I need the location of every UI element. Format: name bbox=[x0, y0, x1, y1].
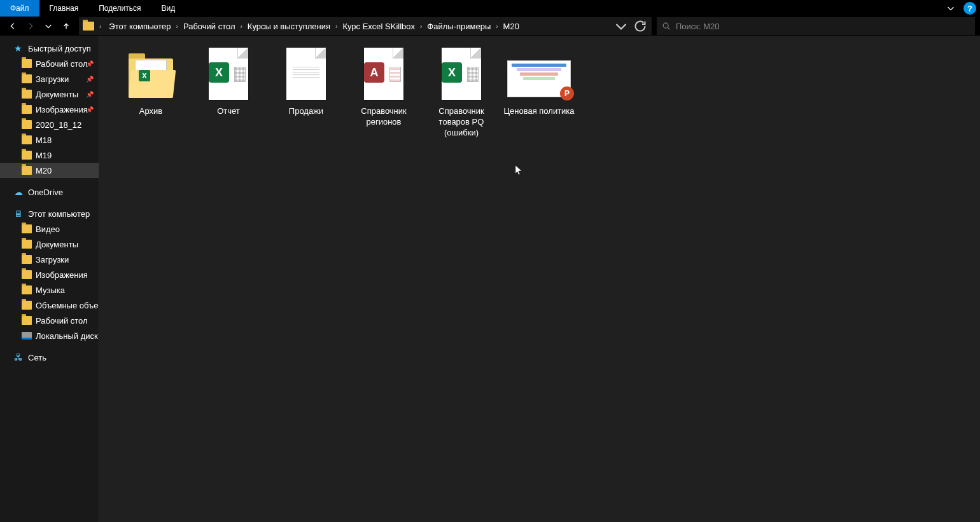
address-folder-icon bbox=[83, 22, 94, 31]
sidebar-item-m20[interactable]: M20 bbox=[0, 163, 99, 178]
file-item-access[interactable]: A Справочник регионов bbox=[345, 45, 423, 138]
refresh-button[interactable] bbox=[633, 17, 648, 35]
sidebar-item-downloads[interactable]: Загрузки📌 bbox=[0, 71, 99, 86]
access-file-icon: A bbox=[361, 46, 406, 102]
folder-icon bbox=[22, 74, 32, 83]
sidebar-onedrive[interactable]: ☁OneDrive bbox=[0, 184, 99, 200]
nav-up-button[interactable] bbox=[59, 18, 74, 34]
sidebar-this-pc[interactable]: 🖥Этот компьютер bbox=[0, 206, 99, 221]
folder-icon bbox=[22, 135, 32, 144]
sidebar-label: Изображения bbox=[36, 105, 88, 114]
sidebar-label: Объемные объекты bbox=[36, 301, 99, 310]
sidebar-network[interactable]: 🖧Сеть bbox=[0, 350, 99, 365]
folder-icon bbox=[22, 255, 32, 264]
star-icon: ★ bbox=[14, 44, 24, 53]
mouse-cursor-icon bbox=[515, 165, 523, 177]
help-button[interactable]: ? bbox=[963, 2, 976, 15]
search-input[interactable] bbox=[676, 22, 970, 31]
nav-recent-dropdown[interactable] bbox=[41, 18, 56, 34]
ribbon: Файл Главная Поделиться Вид ? bbox=[0, 0, 980, 17]
ribbon-tab-home[interactable]: Главная bbox=[39, 0, 89, 17]
search-icon bbox=[662, 22, 671, 31]
sidebar-label: Документы bbox=[36, 240, 78, 249]
file-item-folder[interactable]: X Архив bbox=[112, 45, 190, 138]
chevron-right-icon: › bbox=[98, 23, 102, 30]
sidebar-label: OneDrive bbox=[28, 188, 63, 197]
sidebar-label: Этот компьютер bbox=[28, 209, 90, 219]
folder-icon bbox=[22, 120, 32, 129]
nav-forward-button[interactable] bbox=[23, 18, 38, 34]
breadcrumb: Этот компьютер› Рабочий стол› Курсы и вы… bbox=[106, 22, 610, 31]
sidebar-item-folder[interactable]: 2020_18_12 bbox=[0, 117, 99, 132]
file-label: Продажи bbox=[286, 106, 326, 116]
pin-icon: 📌 bbox=[86, 60, 94, 67]
ppt-file-icon: P bbox=[507, 46, 571, 102]
address-bar[interactable]: › Этот компьютер› Рабочий стол› Курсы и … bbox=[79, 17, 652, 35]
ribbon-tab-file[interactable]: Файл bbox=[0, 0, 39, 17]
folder-icon bbox=[22, 90, 32, 99]
sidebar: ★ Быстрый доступ Рабочий стол📌 Загрузки📌… bbox=[0, 36, 99, 522]
file-item-excel[interactable]: X Справочник товаров PQ (ошибки) bbox=[423, 45, 500, 138]
breadcrumb-item[interactable]: Этот компьютер bbox=[106, 22, 173, 31]
folder-icon bbox=[22, 224, 32, 233]
sidebar-item-documents[interactable]: Документы📌 bbox=[0, 86, 99, 102]
sidebar-item-desktop[interactable]: Рабочий стол bbox=[0, 313, 99, 328]
sidebar-item-3d[interactable]: Объемные объекты bbox=[0, 298, 99, 313]
nav-back-button[interactable] bbox=[5, 18, 20, 34]
breadcrumb-item[interactable]: M20 bbox=[501, 22, 522, 31]
file-label: Ценовая политика bbox=[501, 106, 577, 116]
excel-file-icon: X bbox=[206, 46, 251, 102]
folder-icon bbox=[22, 105, 32, 114]
sidebar-item-desktop[interactable]: Рабочий стол📌 bbox=[0, 56, 99, 71]
folder-icon bbox=[22, 301, 32, 310]
breadcrumb-item[interactable]: Файлы-примеры bbox=[424, 22, 493, 31]
address-row: › Этот компьютер› Рабочий стол› Курсы и … bbox=[0, 17, 980, 36]
ribbon-tab-share[interactable]: Поделиться bbox=[88, 0, 151, 17]
search-box[interactable] bbox=[657, 17, 975, 35]
sidebar-label: Сеть bbox=[28, 353, 46, 362]
file-label: Отчет bbox=[214, 106, 242, 116]
sidebar-label: M18 bbox=[36, 135, 52, 145]
blank-file-icon bbox=[284, 46, 328, 102]
sidebar-item-videos[interactable]: Видео bbox=[0, 221, 99, 237]
sidebar-label: Видео bbox=[36, 224, 60, 234]
ribbon-collapse-icon[interactable] bbox=[942, 0, 960, 17]
folder-icon bbox=[22, 316, 32, 325]
sidebar-quick-access[interactable]: ★ Быстрый доступ bbox=[0, 41, 99, 56]
sidebar-item-disk-c[interactable]: Локальный диск (C: bbox=[0, 328, 99, 343]
file-label: Справочник товаров PQ (ошибки) bbox=[423, 106, 500, 138]
sidebar-label: Быстрый доступ bbox=[28, 44, 91, 53]
file-label: Справочник регионов bbox=[345, 106, 423, 127]
cloud-icon: ☁ bbox=[14, 188, 24, 196]
sidebar-item-pictures[interactable]: Изображения bbox=[0, 267, 99, 282]
sidebar-item-folder[interactable]: M18 bbox=[0, 132, 99, 148]
excel-file-icon: X bbox=[439, 46, 484, 102]
sidebar-label: M20 bbox=[36, 166, 52, 175]
svg-point-0 bbox=[663, 23, 668, 28]
file-item-excel[interactable]: X Отчет bbox=[190, 45, 267, 138]
pin-icon: 📌 bbox=[86, 76, 94, 83]
folder-icon bbox=[22, 240, 32, 249]
sidebar-label: Документы bbox=[36, 90, 78, 99]
sidebar-item-documents[interactable]: Документы bbox=[0, 237, 99, 252]
breadcrumb-item[interactable]: Курсы и выступления bbox=[245, 22, 333, 31]
sidebar-label: M19 bbox=[36, 151, 52, 160]
file-item-blank[interactable]: Продажи bbox=[267, 45, 345, 138]
sidebar-item-pictures[interactable]: Изображения📌 bbox=[0, 102, 99, 117]
file-content-area[interactable]: X Архив X Отчет Продажи A Справочник рег… bbox=[99, 36, 980, 522]
sidebar-item-music[interactable]: Музыка bbox=[0, 282, 99, 298]
file-item-ppt[interactable]: P Ценовая политика bbox=[500, 45, 578, 138]
folder-icon bbox=[22, 151, 32, 160]
folder-icon bbox=[22, 59, 32, 68]
breadcrumb-item[interactable]: Рабочий стол bbox=[181, 22, 238, 31]
sidebar-item-downloads[interactable]: Загрузки bbox=[0, 252, 99, 267]
folder-icon bbox=[22, 270, 32, 279]
pin-icon: 📌 bbox=[86, 106, 94, 113]
address-dropdown-icon[interactable] bbox=[613, 17, 629, 35]
sidebar-label: Музыка bbox=[36, 285, 65, 295]
breadcrumb-item[interactable]: Курс Excel SKillbox bbox=[340, 22, 417, 31]
ribbon-tab-view[interactable]: Вид bbox=[151, 0, 185, 17]
sidebar-label: Изображения bbox=[36, 270, 88, 280]
sidebar-item-folder[interactable]: M19 bbox=[0, 148, 99, 163]
folder-icon bbox=[22, 285, 32, 294]
